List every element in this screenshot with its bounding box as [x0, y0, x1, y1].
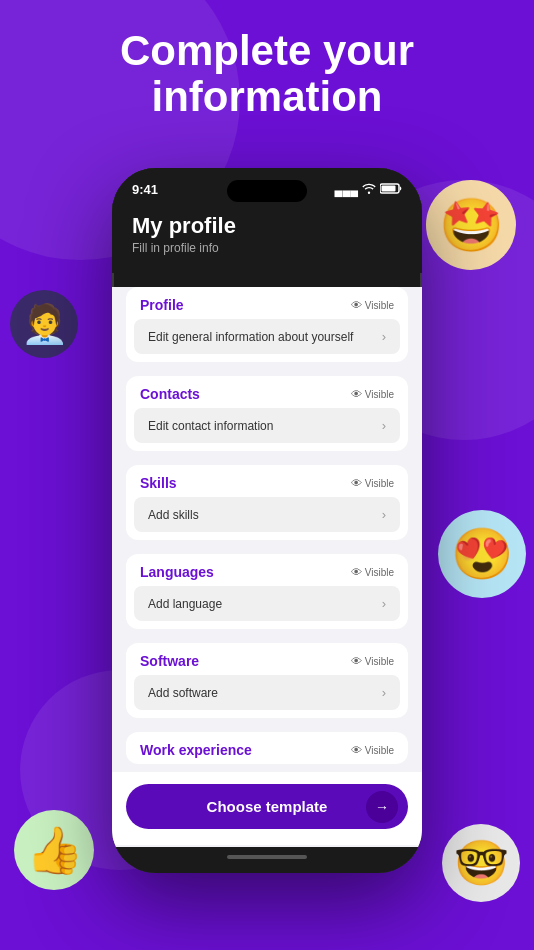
section-work-title: Work experience: [140, 742, 252, 758]
section-languages-title: Languages: [140, 564, 214, 580]
avatar-top-left: 🧑‍💼: [10, 290, 78, 358]
section-skills: Skills 👁 Visible Add skills ›: [126, 465, 408, 540]
section-contacts: Contacts 👁 Visible Edit contact informat…: [126, 376, 408, 451]
hero-line1: Complete your: [120, 27, 414, 74]
choose-template-button[interactable]: Choose template →: [126, 784, 408, 829]
section-contacts-header: Contacts 👁 Visible: [126, 376, 408, 408]
wifi-icon: [362, 183, 376, 196]
work-visible-badge: 👁 Visible: [351, 744, 394, 756]
software-visible-badge: 👁 Visible: [351, 655, 394, 667]
software-item-text: Add software: [148, 686, 218, 700]
profile-item-text: Edit general information about yourself: [148, 330, 353, 344]
skills-visible-badge: 👁 Visible: [351, 477, 394, 489]
screen-header: My profile Fill in profile info: [112, 205, 422, 273]
dynamic-island: [227, 180, 307, 202]
eye-icon-languages: 👁: [351, 566, 362, 578]
contacts-item-text: Edit contact information: [148, 419, 273, 433]
contacts-visible-badge: 👁 Visible: [351, 388, 394, 400]
phone-bottom-bar: Choose template →: [112, 772, 422, 845]
svg-rect-1: [382, 186, 396, 192]
phone-frame: 9:41 ▄▄▄ My profile: [112, 168, 422, 873]
eye-icon-software: 👁: [351, 655, 362, 667]
avatar-top-right: 🤩: [426, 180, 516, 270]
status-time: 9:41: [132, 182, 158, 197]
software-chevron-icon: ›: [382, 685, 386, 700]
contacts-visible-label: Visible: [365, 389, 394, 400]
skills-item-text: Add skills: [148, 508, 199, 522]
page-hero-title: Complete your information: [0, 28, 534, 120]
eye-icon-contacts: 👁: [351, 388, 362, 400]
skills-item[interactable]: Add skills ›: [134, 497, 400, 532]
screen-subtitle: Fill in profile info: [132, 241, 402, 255]
section-software: Software 👁 Visible Add software ›: [126, 643, 408, 718]
work-visible-label: Visible: [365, 745, 394, 756]
screen-title: My profile: [132, 213, 402, 239]
eye-icon-skills: 👁: [351, 477, 362, 489]
section-software-header: Software 👁 Visible: [126, 643, 408, 675]
battery-icon: [380, 183, 402, 196]
section-work-experience: Work experience 👁 Visible: [126, 732, 408, 764]
section-work-header: Work experience 👁 Visible: [126, 732, 408, 764]
home-indicator: [112, 847, 422, 873]
section-skills-title: Skills: [140, 475, 177, 491]
avatar-bottom-left: 👍: [14, 810, 94, 890]
signal-icon: ▄▄▄: [335, 184, 358, 196]
languages-item-text: Add language: [148, 597, 222, 611]
hero-line2: information: [152, 73, 383, 120]
eye-icon: 👁: [351, 299, 362, 311]
section-contacts-title: Contacts: [140, 386, 200, 402]
phone-mockup: 9:41 ▄▄▄ My profile: [112, 168, 422, 873]
section-languages-header: Languages 👁 Visible: [126, 554, 408, 586]
section-skills-header: Skills 👁 Visible: [126, 465, 408, 497]
phone-screen: Profile 👁 Visible Edit general informati…: [112, 287, 422, 847]
skills-visible-label: Visible: [365, 478, 394, 489]
languages-visible-label: Visible: [365, 567, 394, 578]
languages-visible-badge: 👁 Visible: [351, 566, 394, 578]
section-languages: Languages 👁 Visible Add language ›: [126, 554, 408, 629]
choose-template-label: Choose template: [207, 798, 328, 815]
software-visible-label: Visible: [365, 656, 394, 667]
languages-item[interactable]: Add language ›: [134, 586, 400, 621]
section-profile-header: Profile 👁 Visible: [126, 287, 408, 319]
home-bar: [227, 855, 307, 859]
profile-visible-label: Visible: [365, 300, 394, 311]
section-profile: Profile 👁 Visible Edit general informati…: [126, 287, 408, 362]
arrow-icon: →: [366, 791, 398, 823]
profile-item[interactable]: Edit general information about yourself …: [134, 319, 400, 354]
section-profile-title: Profile: [140, 297, 184, 313]
languages-chevron-icon: ›: [382, 596, 386, 611]
profile-visible-badge: 👁 Visible: [351, 299, 394, 311]
contacts-item[interactable]: Edit contact information ›: [134, 408, 400, 443]
status-bar: 9:41 ▄▄▄: [112, 168, 422, 205]
eye-icon-work: 👁: [351, 744, 362, 756]
avatar-bottom-right: 🤓: [442, 824, 520, 902]
section-software-title: Software: [140, 653, 199, 669]
avatar-mid-right: 😍: [438, 510, 526, 598]
skills-chevron-icon: ›: [382, 507, 386, 522]
software-item[interactable]: Add software ›: [134, 675, 400, 710]
profile-chevron-icon: ›: [382, 329, 386, 344]
status-icons: ▄▄▄: [335, 183, 402, 196]
contacts-chevron-icon: ›: [382, 418, 386, 433]
